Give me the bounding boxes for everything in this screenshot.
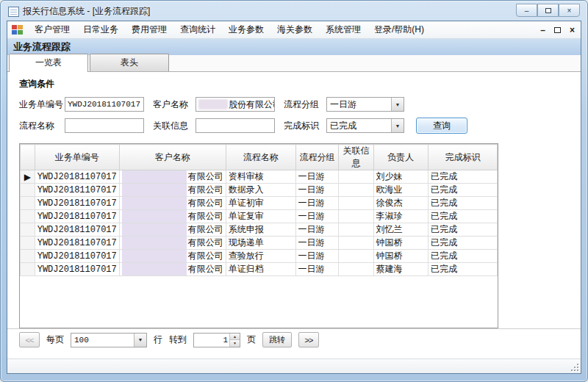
cell-flow-name: 单证归档	[226, 263, 295, 276]
col-order-no[interactable]: 业务单编号	[35, 145, 119, 170]
window-controls: – ×	[516, 4, 580, 17]
redacted-text	[122, 210, 187, 223]
cell-related-info	[339, 184, 373, 197]
menu-item-query-stats[interactable]: 查询统计	[173, 21, 222, 39]
col-finish-flag[interactable]: 完成标识	[429, 145, 498, 170]
tab-header[interactable]: 表头	[90, 54, 169, 71]
flow-group-select[interactable]: 一日游 ▼	[326, 97, 404, 112]
stepper-down-icon[interactable]: ▼	[230, 340, 240, 347]
chevron-down-icon[interactable]: ▼	[134, 334, 146, 347]
redacted-text	[122, 263, 187, 275]
prev-page-button[interactable]: <<	[19, 332, 40, 347]
order-no-input[interactable]	[65, 97, 144, 112]
page-title-band: 业务流程跟踪	[7, 39, 581, 55]
mdi-minimize-icon[interactable]: –	[540, 25, 545, 35]
mdi-child-icon	[12, 25, 22, 35]
cell-owner: 刘少妹	[373, 170, 428, 184]
minimize-icon[interactable]: –	[516, 4, 537, 17]
customer-input[interactable]: 股份有限公司	[196, 97, 275, 112]
table-row[interactable]: ▶ YWDJ20181107017 有限公司 资料审核 一日游 刘少妹 已完成	[21, 170, 498, 184]
cell-flow-name: 现场递单	[226, 237, 295, 250]
menu-item-customer[interactable]: 客户管理	[28, 21, 76, 39]
col-flow-group[interactable]: 流程分组	[295, 145, 339, 170]
next-page-button[interactable]: >>	[298, 332, 319, 347]
page-number-stepper[interactable]: 1 ▲ ▼	[193, 333, 240, 347]
row-selector[interactable]	[21, 250, 35, 263]
app-icon	[8, 7, 19, 17]
tab-overview[interactable]: 一览表	[9, 54, 88, 72]
menu-item-system[interactable]: 系统管理	[319, 21, 368, 39]
cell-owner: 徐俊杰	[373, 197, 428, 210]
cell-owner: 钟国桥	[373, 237, 428, 250]
query-section-title: 查询条件	[19, 78, 581, 90]
row-selector[interactable]	[21, 237, 35, 250]
redacted-text	[122, 197, 187, 209]
finish-flag-select[interactable]: 已完成 ▼	[326, 118, 404, 133]
menu-item-daily[interactable]: 日常业务	[76, 21, 125, 39]
cell-owner: 刘忆兰	[373, 223, 428, 237]
cell-flow-name: 单证初审	[226, 197, 295, 210]
cell-related-info	[339, 250, 373, 263]
title-bar[interactable]: 报关行信息系统 - [业务流程跟踪] – ×	[7, 1, 581, 21]
window-title: 报关行信息系统 - [业务流程跟踪]	[23, 5, 150, 18]
col-related-info[interactable]: 关联信息	[339, 145, 373, 170]
menu-item-business-params[interactable]: 业务参数	[222, 21, 270, 39]
row-selector[interactable]	[21, 210, 35, 223]
page-title: 业务流程跟踪	[13, 40, 71, 54]
finish-flag-label: 完成标识	[284, 120, 326, 132]
table-row[interactable]: YWDJ20181107017 有限公司 现场递单 一日游 钟国桥 已完成	[21, 237, 498, 250]
chevron-down-icon[interactable]: ▼	[391, 98, 404, 111]
cell-owner: 李淑珍	[373, 210, 428, 223]
flow-name-input[interactable]	[65, 118, 144, 133]
col-owner[interactable]: 负责人	[373, 145, 428, 170]
resize-grip[interactable]	[570, 362, 579, 372]
cell-order-no: YWDJ20181107017	[35, 223, 119, 237]
cell-finish-flag: 已完成	[429, 263, 498, 276]
cell-customer: 有限公司	[119, 250, 226, 263]
cell-customer: 有限公司	[119, 223, 226, 237]
menu-item-customs-params[interactable]: 海关参数	[270, 21, 319, 39]
chevron-down-icon[interactable]: ▼	[391, 119, 404, 132]
row-selector[interactable]	[21, 184, 35, 197]
cell-finish-flag: 已完成	[429, 197, 498, 210]
maximize-icon[interactable]	[537, 4, 559, 17]
table-row[interactable]: YWDJ20181107017 有限公司 数据录入 一日游 欧海业 已完成	[21, 184, 498, 197]
jump-button[interactable]: 跳转	[262, 332, 292, 347]
menu-item-fees[interactable]: 费用管理	[125, 21, 173, 39]
flow-name-label: 流程名称	[19, 120, 65, 132]
page-label: 页	[247, 334, 256, 346]
cell-related-info	[339, 197, 373, 210]
cell-flow-group: 一日游	[295, 210, 339, 223]
per-page-select[interactable]: 100 ▼	[71, 333, 147, 347]
status-bar	[7, 358, 581, 373]
menu-item-login-help[interactable]: 登录/帮助(H)	[368, 21, 431, 39]
col-flow-name[interactable]: 流程名称	[226, 145, 295, 170]
row-selector-arrow[interactable]: ▶	[21, 170, 35, 184]
cell-flow-group: 一日游	[295, 197, 339, 210]
cell-finish-flag: 已完成	[429, 170, 498, 184]
tab-page: 查询条件 业务单编号 客户名称 股份有限公司 流程分组 一日游 ▼ 流程名称 关…	[7, 72, 581, 358]
redacted-text	[122, 223, 187, 236]
row-selector[interactable]	[21, 263, 35, 276]
search-button[interactable]: 查询	[416, 118, 467, 134]
query-row-2: 流程名称 关联信息 完成标识 已完成 ▼ 查询	[19, 118, 581, 134]
goto-label: 转到	[169, 334, 187, 346]
table-row[interactable]: YWDJ20181107017 有限公司 查验放行 一日游 钟国桥 已完成	[21, 250, 498, 263]
related-info-input[interactable]	[196, 118, 275, 133]
table-row[interactable]: YWDJ20181107017 有限公司 单证初审 一日游 徐俊杰 已完成	[21, 197, 498, 210]
stepper-up-icon[interactable]: ▲	[230, 334, 240, 341]
cell-order-no: YWDJ20181107017	[35, 263, 119, 276]
cell-related-info	[339, 210, 373, 223]
page-number-value: 1	[194, 334, 229, 347]
table-row[interactable]: YWDJ20181107017 有限公司 系统申报 一日游 刘忆兰 已完成	[21, 223, 498, 237]
table-row[interactable]: YWDJ20181107017 有限公司 单证归档 一日游 蔡建海 已完成	[21, 263, 498, 276]
mdi-close-icon[interactable]: ×	[570, 25, 575, 35]
cell-finish-flag: 已完成	[429, 237, 498, 250]
row-selector[interactable]	[21, 197, 35, 210]
mdi-restore-icon[interactable]	[554, 27, 561, 33]
table-row[interactable]: YWDJ20181107017 有限公司 单证复审 一日游 李淑珍 已完成	[21, 210, 498, 223]
cell-related-info	[339, 170, 373, 184]
close-icon[interactable]: ×	[559, 4, 580, 17]
col-customer[interactable]: 客户名称	[119, 145, 226, 170]
row-selector[interactable]	[21, 223, 35, 237]
